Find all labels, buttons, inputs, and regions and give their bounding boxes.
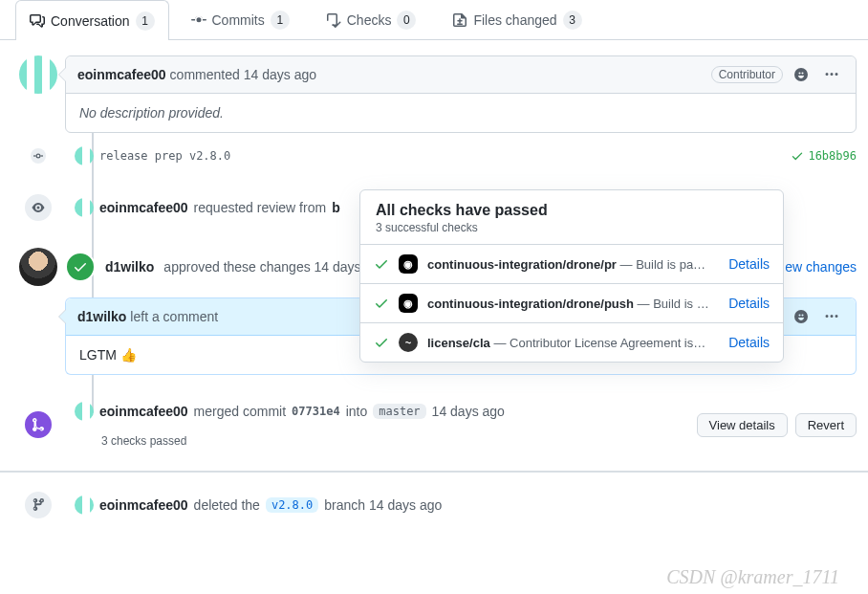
popup-title: All checks have passed xyxy=(376,202,768,219)
check-row: ◉ continuous-integration/drone/pr — Buil… xyxy=(360,244,783,283)
tab-commits[interactable]: Commits 1 xyxy=(177,0,304,39)
details-link[interactable]: Details xyxy=(728,335,770,350)
comment-author[interactable]: d1wilko xyxy=(77,309,126,324)
drone-logo-icon: ◉ xyxy=(399,254,418,274)
check-row: ~ license/cla — Contributor License Agre… xyxy=(360,322,783,362)
tab-conversation[interactable]: Conversation 1 xyxy=(15,0,169,40)
divider xyxy=(0,471,868,473)
tab-files-count: 3 xyxy=(563,11,582,30)
avatar[interactable] xyxy=(75,495,94,515)
comment-body: No description provided. xyxy=(79,105,224,121)
merge-sha[interactable]: 07731e4 xyxy=(292,405,340,418)
avatar[interactable] xyxy=(75,198,94,217)
cla-logo-icon: ~ xyxy=(399,333,418,352)
comment-time[interactable]: 14 days ago xyxy=(244,67,316,82)
check-icon xyxy=(374,256,389,272)
timeline-commit: release prep v2.8.0 16b8b96 xyxy=(11,133,857,179)
comment-eoinmcafee00: eoinmcafee00 commented 14 days ago Contr… xyxy=(11,55,857,133)
eye-icon xyxy=(23,192,54,223)
commit-sha-link[interactable]: 16b8b96 xyxy=(791,149,857,163)
tab-checks-label: Checks xyxy=(347,12,392,28)
delete-post: branch 14 days ago xyxy=(324,497,442,513)
kebab-icon[interactable] xyxy=(819,304,844,329)
review-request-text: requested review from xyxy=(194,200,327,215)
checklist-icon xyxy=(326,12,341,28)
tab-commits-label: Commits xyxy=(212,12,265,28)
merge-time: 14 days ago xyxy=(432,404,505,419)
tab-checks-count: 0 xyxy=(397,11,416,30)
tab-checks[interactable]: Checks 0 xyxy=(312,0,431,39)
avatar[interactable] xyxy=(19,248,57,286)
check-icon xyxy=(374,296,389,311)
file-diff-icon xyxy=(452,12,467,28)
check-icon xyxy=(791,149,804,163)
check-icon xyxy=(374,335,389,350)
avatar[interactable] xyxy=(19,55,57,94)
details-link[interactable]: Details xyxy=(728,296,770,311)
git-branch-icon xyxy=(23,490,54,520)
checks-popup: All checks have passed 3 successful chec… xyxy=(359,189,784,363)
tab-conversation-count: 1 xyxy=(136,11,155,31)
deleted-branch-chip[interactable]: v2.8.0 xyxy=(266,497,318,513)
tab-files[interactable]: Files changed 3 xyxy=(438,0,596,39)
tab-commits-count: 1 xyxy=(271,11,290,30)
review-target[interactable]: b xyxy=(332,200,340,215)
approval-text: approved these changes 14 days ag xyxy=(163,259,380,275)
actor[interactable]: eoinmcafee00 xyxy=(99,200,188,215)
pr-tabnav: Conversation 1 Commits 1 Checks 0 Files … xyxy=(0,0,868,40)
timeline-merge: eoinmcafee00 merged commit 07731e4 into … xyxy=(11,388,857,461)
checks-passed-text: 3 checks passed xyxy=(101,434,186,448)
merge-actor[interactable]: eoinmcafee00 xyxy=(99,404,188,419)
delete-actor[interactable]: eoinmcafee00 xyxy=(99,497,188,513)
check-row: ◉ continuous-integration/drone/push — Bu… xyxy=(360,283,783,322)
comment-action: left a comment xyxy=(130,309,218,324)
details-link[interactable]: Details xyxy=(728,256,770,272)
comment-action: commented xyxy=(170,67,240,82)
tab-conversation-label: Conversation xyxy=(51,13,130,29)
react-icon[interactable] xyxy=(789,62,814,87)
view-details-button[interactable]: View details xyxy=(697,413,788,437)
kebab-icon[interactable] xyxy=(819,62,844,87)
comment-discussion-icon xyxy=(30,13,45,29)
git-merge-icon xyxy=(23,409,54,440)
tab-files-label: Files changed xyxy=(473,12,556,28)
svg-point-0 xyxy=(36,154,40,158)
approval-actor[interactable]: d1wilko xyxy=(105,259,154,275)
popup-subtitle: 3 successful checks xyxy=(376,221,768,234)
avatar[interactable] xyxy=(75,402,94,421)
check-icon xyxy=(65,252,96,282)
revert-button[interactable]: Revert xyxy=(795,413,857,437)
react-icon[interactable] xyxy=(789,304,814,329)
comment-author[interactable]: eoinmcafee00 xyxy=(77,67,166,82)
git-commit-dot-icon xyxy=(31,148,46,164)
branch-chip[interactable]: master xyxy=(373,404,425,419)
commit-message[interactable]: release prep v2.8.0 xyxy=(99,149,230,163)
git-commit-icon xyxy=(191,12,206,28)
view-changes-link[interactable]: ew changes xyxy=(785,259,857,275)
contributor-badge: Contributor xyxy=(711,66,783,83)
timeline-delete-branch: eoinmcafee00 deleted the v2.8.0 branch 1… xyxy=(11,476,857,534)
avatar[interactable] xyxy=(75,146,94,165)
drone-logo-icon: ◉ xyxy=(399,294,418,313)
